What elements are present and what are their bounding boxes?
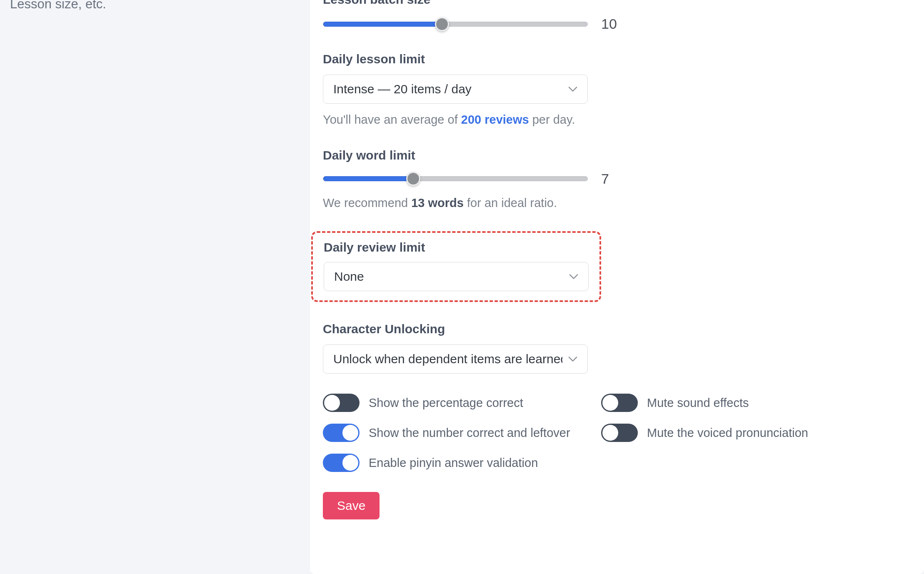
toggle-mute-sound[interactable] — [601, 394, 638, 412]
chevron-down-icon — [568, 356, 577, 362]
daily-word-limit-slider[interactable] — [323, 176, 588, 181]
daily-word-limit-label: Daily word limit — [323, 148, 823, 162]
reviews-link[interactable]: 200 reviews — [461, 113, 529, 126]
chevron-down-icon — [568, 86, 577, 92]
toggle-label: Show the percentage correct — [369, 396, 523, 410]
section-lesson-batch-size: Lesson batch size 10 — [323, 0, 823, 32]
toggle-pinyin-validation[interactable] — [323, 454, 360, 472]
select-value: Unlock when dependent items are learned — [333, 352, 562, 366]
select-value: Intense — 20 items / day — [333, 82, 472, 96]
toggle-show-percentage[interactable] — [323, 394, 360, 412]
character-unlocking-select[interactable]: Unlock when dependent items are learned — [323, 344, 588, 374]
toggle-label: Show the number correct and leftover — [369, 426, 570, 440]
toggle-mute-voice[interactable] — [601, 424, 638, 442]
lesson-batch-size-label: Lesson batch size — [323, 0, 823, 7]
toggle-label: Enable pinyin answer validation — [369, 456, 538, 470]
toggles-grid: Show the percentage correct Mute sound e… — [323, 394, 823, 472]
section-daily-lesson-limit: Daily lesson limit Intense — 20 items / … — [323, 52, 823, 128]
toggle-label: Mute the voiced pronunciation — [647, 426, 808, 440]
section-character-unlocking: Character Unlocking Unlock when dependen… — [323, 322, 823, 374]
daily-lesson-limit-select[interactable]: Intense — 20 items / day — [323, 75, 588, 104]
slider-handle[interactable] — [406, 172, 420, 186]
toggle-row-show-number: Show the number correct and leftover — [323, 424, 598, 442]
toggle-show-number[interactable] — [323, 424, 360, 442]
section-daily-word-limit: Daily word limit 7 We recommend 13 words… — [323, 148, 823, 212]
save-button[interactable]: Save — [323, 492, 380, 519]
toggle-row-mute-sound: Mute sound effects — [601, 394, 876, 412]
slider-handle[interactable] — [435, 17, 449, 31]
section-daily-review-limit-highlight: Daily review limit None — [311, 231, 601, 302]
daily-word-helper: We recommend 13 words for an ideal ratio… — [323, 195, 823, 212]
toggle-row-mute-voice: Mute the voiced pronunciation — [601, 424, 876, 442]
lesson-batch-size-value: 10 — [601, 16, 617, 32]
daily-review-limit-label: Daily review limit — [324, 240, 589, 255]
toggle-row-pinyin-validation: Enable pinyin answer validation — [323, 454, 598, 472]
daily-lesson-helper: You'll have an average of 200 reviews pe… — [323, 111, 823, 128]
sidebar-section-label: Lesson size, etc. — [10, 0, 106, 12]
daily-review-limit-select[interactable]: None — [324, 262, 589, 291]
character-unlocking-label: Character Unlocking — [323, 322, 823, 336]
daily-lesson-limit-label: Daily lesson limit — [323, 52, 823, 66]
toggle-label: Mute sound effects — [647, 396, 749, 410]
select-value: None — [334, 270, 364, 284]
chevron-down-icon — [569, 274, 578, 280]
lesson-batch-size-slider[interactable] — [323, 22, 588, 27]
daily-word-limit-value: 7 — [601, 171, 609, 187]
toggle-row-show-percentage: Show the percentage correct — [323, 394, 598, 412]
settings-content: Lesson batch size 10 Daily lesson limit … — [323, 0, 823, 519]
